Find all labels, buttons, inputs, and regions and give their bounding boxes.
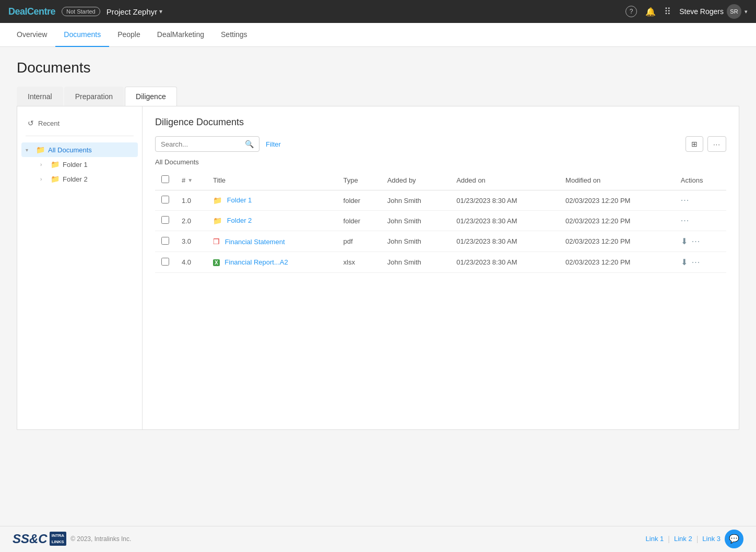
row-type: folder <box>337 190 381 211</box>
expand-icon-folder1: › <box>40 162 48 167</box>
row-modified-on: 02/03/2023 12:20 PM <box>559 252 675 273</box>
th-added-by: Added by <box>381 170 451 190</box>
row-type: folder <box>337 211 381 231</box>
logo-deal: Deal <box>8 6 27 17</box>
page-title: Documents <box>17 59 739 76</box>
th-actions: Actions <box>675 170 726 190</box>
tab-preparation[interactable]: Preparation <box>64 87 124 106</box>
doc-toolbar: 🔍 Filter ⊞ ··· <box>155 136 726 152</box>
tab-people[interactable]: People <box>109 23 149 47</box>
row-type: pdf <box>337 231 381 252</box>
row-more-button[interactable]: ··· <box>692 258 700 267</box>
xlsx-file-icon: X <box>213 259 220 266</box>
tab-documents[interactable]: Documents <box>55 23 109 47</box>
doc-area: Diligence Documents 🔍 Filter ⊞ ··· <box>143 106 739 429</box>
tab-settings[interactable]: Settings <box>212 23 256 47</box>
footer-right: Link 1 | Link 2 | Link 3 💬 <box>646 530 743 548</box>
tab-dealmarketing[interactable]: DealMarketing <box>149 23 212 47</box>
th-checkbox <box>155 170 175 190</box>
header: DealCentre Not Started Project Zephyr ▾ … <box>0 0 756 23</box>
header-left: DealCentre Not Started Project Zephyr ▾ <box>8 6 162 17</box>
row-checkbox[interactable] <box>161 216 169 224</box>
chat-icon: 💬 <box>729 534 739 544</box>
main-panel: ↺ Recent ▾ 📁 All Documents › 📁 Folder 1 <box>17 106 739 430</box>
th-number[interactable]: # ▼ <box>175 170 207 190</box>
collapse-icon: ▾ <box>26 147 33 153</box>
footer-link-2[interactable]: Link 2 <box>674 535 692 543</box>
footer-logo: SS&C INTRALINKS <box>13 532 66 546</box>
file-link[interactable]: Financial Report...A2 <box>225 258 288 266</box>
row-modified-on: 02/03/2023 12:20 PM <box>559 231 675 252</box>
row-more-button[interactable]: ··· <box>681 216 689 225</box>
sort-icon: ▼ <box>187 177 193 183</box>
sidebar-item-folder2[interactable]: › 📁 Folder 2 <box>32 172 142 186</box>
select-all-checkbox[interactable] <box>161 175 169 183</box>
tab-overview[interactable]: Overview <box>8 23 55 47</box>
tab-diligence[interactable]: Diligence <box>125 87 177 106</box>
tree-child-folder2: › 📁 Folder 2 <box>17 172 142 186</box>
row-checkbox[interactable] <box>161 258 169 266</box>
folder-file-icon: 📁 <box>213 196 222 205</box>
footer-sep-2: | <box>696 535 699 543</box>
file-link[interactable]: Folder 1 <box>227 196 252 204</box>
help-icon[interactable]: ? <box>625 6 637 17</box>
row-title: 📁 Folder 1 <box>207 190 337 211</box>
row-number: 2.0 <box>175 211 207 231</box>
download-icon[interactable]: ⬇ <box>681 236 688 246</box>
row-added-on: 01/23/2023 8:30 AM <box>450 252 559 273</box>
footer-left: SS&C INTRALINKS © 2023, Intralinks Inc. <box>13 532 131 546</box>
header-right: ? 🔔 ⠿ Steve Rogers SR ▾ <box>625 4 748 19</box>
nav-tabs: Overview Documents People DealMarketing … <box>0 23 756 47</box>
footer-link-3[interactable]: Link 3 <box>702 535 720 543</box>
row-checkbox[interactable] <box>161 237 169 245</box>
sidebar-item-all-documents[interactable]: ▾ 📁 All Documents <box>21 142 138 157</box>
all-docs-breadcrumb: All Documents <box>155 158 726 166</box>
table-row: 3.0 ❒ Financial Statement pdf John Smith… <box>155 231 726 252</box>
grid-icon[interactable]: ⠿ <box>664 6 671 17</box>
folder-open-icon: 📁 <box>36 146 45 154</box>
footer-copyright: © 2023, Intralinks Inc. <box>70 535 131 543</box>
footer-sep-1: | <box>668 535 670 543</box>
sidebar-item-folder1[interactable]: › 📁 Folder 1 <box>32 157 142 172</box>
sidebar-divider <box>26 136 134 136</box>
search-box[interactable]: 🔍 <box>155 136 259 152</box>
table-row: 1.0 📁 Folder 1 folder John Smith 01/23/2… <box>155 190 726 211</box>
row-checkbox[interactable] <box>161 196 169 203</box>
th-type: Type <box>337 170 381 190</box>
filter-button[interactable]: Filter <box>266 140 281 148</box>
file-link[interactable]: Folder 2 <box>227 217 252 224</box>
row-added-on: 01/23/2023 8:30 AM <box>450 190 559 211</box>
columns-toggle-button[interactable]: ⊞ <box>686 136 703 152</box>
row-modified-on: 02/03/2023 12:20 PM <box>559 211 675 231</box>
row-more-button[interactable]: ··· <box>692 237 700 246</box>
pdf-file-icon: ❒ <box>213 237 220 246</box>
row-title: ❒ Financial Statement <box>207 231 337 252</box>
folder-icon-2: 📁 <box>51 175 60 183</box>
row-actions: ··· <box>675 190 726 211</box>
chevron-down-icon[interactable]: ▾ <box>159 8 162 15</box>
search-input[interactable] <box>161 140 242 148</box>
row-added-by: John Smith <box>381 190 451 211</box>
more-options-button[interactable]: ··· <box>707 136 726 152</box>
footer-intralinks-logo: INTRALINKS <box>50 532 66 545</box>
row-actions: ⬇ ··· <box>675 252 726 273</box>
row-added-on: 01/23/2023 8:30 AM <box>450 211 559 231</box>
tab-internal[interactable]: Internal <box>17 87 63 106</box>
row-more-button[interactable]: ··· <box>681 196 689 205</box>
user-info[interactable]: Steve Rogers SR ▾ <box>679 4 748 19</box>
status-badge: Not Started <box>62 7 100 16</box>
sidebar-recent[interactable]: ↺ Recent <box>17 115 142 131</box>
download-icon[interactable]: ⬇ <box>681 257 688 267</box>
chat-button[interactable]: 💬 <box>725 530 743 548</box>
bell-icon[interactable]: 🔔 <box>645 7 656 17</box>
footer-link-1[interactable]: Link 1 <box>646 535 664 543</box>
recent-icon: ↺ <box>28 119 34 127</box>
row-actions: ⬇ ··· <box>675 231 726 252</box>
row-number: 4.0 <box>175 252 207 273</box>
th-added-on: Added on <box>450 170 559 190</box>
th-num-label: # <box>182 176 185 184</box>
project-name: Project Zephyr ▾ <box>107 7 163 16</box>
file-link[interactable]: Financial Statement <box>225 238 285 246</box>
logo-centre: Centre <box>27 6 55 17</box>
doc-area-title: Diligence Documents <box>155 117 726 128</box>
